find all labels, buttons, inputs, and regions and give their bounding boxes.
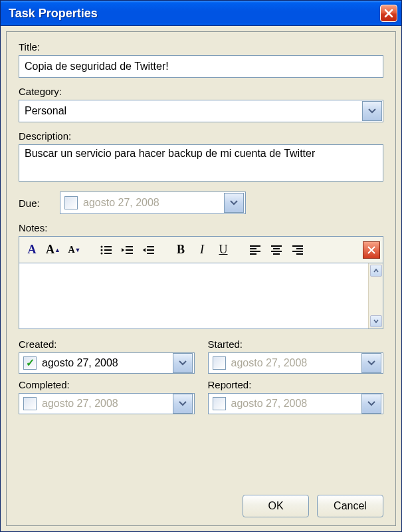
chevron-down-icon [230, 200, 238, 205]
bold-button[interactable]: B [171, 240, 191, 260]
title-label: Title: [19, 41, 383, 53]
reported-field: Reported: agosto 27, 2008 [208, 379, 384, 414]
completed-label: Completed: [19, 379, 195, 390]
reported-dropdown-button[interactable] [361, 394, 381, 414]
started-dropdown-button[interactable] [361, 353, 381, 373]
started-field: Started: agosto 27, 2008 [208, 338, 384, 374]
outdent-button[interactable] [118, 240, 138, 260]
completed-field: Completed: agosto 27, 2008 [19, 379, 195, 414]
outdent-icon [122, 245, 134, 255]
completed-checkbox[interactable] [23, 397, 37, 410]
scroll-down-button[interactable] [370, 315, 382, 327]
notes-clear-button[interactable] [363, 241, 380, 259]
svg-rect-16 [271, 245, 282, 247]
svg-rect-7 [126, 249, 133, 251]
font-color-button[interactable]: A [22, 240, 42, 260]
category-field: Category: [19, 86, 383, 122]
due-date-box: agosto 27, 2008 [60, 192, 246, 214]
titlebar: Task Properties [1, 1, 401, 26]
reported-date-text: agosto 27, 2008 [231, 398, 357, 410]
created-date-box: agosto 27, 2008 [19, 352, 195, 374]
close-icon [367, 246, 375, 254]
close-button[interactable] [380, 5, 397, 22]
reported-date-box: agosto 27, 2008 [208, 393, 384, 414]
due-dropdown-button[interactable] [224, 193, 244, 213]
notes-editor[interactable] [19, 263, 383, 329]
category-dropdown-button[interactable] [362, 101, 382, 121]
chevron-down-icon [179, 401, 187, 406]
notes-label: Notes: [19, 222, 383, 233]
indent-icon [143, 245, 155, 255]
due-field: Due: agosto 27, 2008 [19, 192, 383, 214]
svg-rect-6 [126, 246, 133, 247]
svg-rect-3 [104, 249, 112, 251]
notes-content[interactable] [19, 263, 368, 329]
description-label: Description: [19, 130, 383, 142]
completed-date-text: agosto 27, 2008 [42, 398, 167, 410]
svg-rect-19 [273, 253, 280, 255]
completed-date-box: agosto 27, 2008 [19, 393, 195, 414]
svg-rect-1 [104, 246, 112, 247]
dialog-buttons: OK Cancel [19, 487, 383, 517]
ok-button[interactable]: OK [243, 495, 309, 517]
align-right-button[interactable] [288, 240, 308, 260]
notes-toolbar: A A▲ A▼ B I U [19, 236, 383, 263]
svg-point-2 [101, 249, 103, 251]
notes-field: Notes: A A▲ A▼ B I U [19, 222, 383, 329]
category-label: Category: [19, 86, 383, 97]
align-center-icon [271, 245, 282, 255]
italic-button[interactable]: I [192, 240, 212, 260]
close-icon [384, 9, 393, 18]
notes-scrollbar[interactable] [368, 263, 383, 329]
svg-rect-17 [273, 248, 280, 249]
svg-rect-15 [250, 253, 256, 255]
description-field: Description: [19, 130, 383, 184]
svg-rect-23 [296, 253, 303, 255]
svg-rect-12 [250, 245, 260, 247]
align-right-icon [292, 245, 303, 255]
svg-point-0 [101, 245, 103, 247]
reported-checkbox[interactable] [213, 397, 226, 410]
completed-dropdown-button[interactable] [173, 394, 193, 414]
align-left-button[interactable] [245, 240, 265, 260]
dates-grid: Created: agosto 27, 2008 Started: agosto… [19, 338, 383, 414]
started-date-text: agosto 27, 2008 [231, 357, 357, 369]
svg-rect-11 [147, 253, 154, 254]
started-date-box: agosto 27, 2008 [208, 352, 384, 374]
chevron-down-icon [179, 360, 187, 366]
svg-rect-18 [271, 251, 282, 252]
created-dropdown-button[interactable] [173, 353, 193, 373]
category-input[interactable] [19, 100, 383, 122]
description-input[interactable] [19, 144, 383, 182]
started-checkbox[interactable] [213, 356, 226, 370]
due-checkbox[interactable] [64, 196, 78, 209]
category-combo[interactable] [19, 100, 383, 122]
svg-rect-13 [250, 248, 256, 249]
svg-rect-20 [292, 245, 303, 247]
created-date-text: agosto 27, 2008 [42, 357, 167, 369]
chevron-down-icon [373, 319, 379, 323]
align-center-button[interactable] [266, 240, 286, 260]
created-checkbox[interactable] [23, 356, 37, 370]
indent-button[interactable] [139, 240, 159, 260]
svg-rect-14 [250, 251, 260, 252]
dialog-content: Title: Category: Description: Due: agost… [6, 31, 396, 526]
font-grow-button[interactable]: A▲ [43, 240, 63, 260]
chevron-down-icon [367, 401, 375, 406]
scroll-up-button[interactable] [370, 265, 382, 277]
title-input[interactable] [19, 55, 383, 78]
svg-rect-8 [126, 253, 133, 254]
cancel-button[interactable]: Cancel [317, 495, 383, 517]
chevron-down-icon [368, 108, 376, 114]
underline-button[interactable]: U [213, 240, 233, 260]
svg-rect-22 [292, 251, 303, 252]
svg-rect-9 [147, 246, 154, 247]
due-date-text: agosto 27, 2008 [83, 197, 219, 209]
svg-point-4 [101, 252, 103, 254]
font-shrink-button[interactable]: A▼ [64, 240, 84, 260]
started-label: Started: [208, 338, 384, 350]
svg-rect-21 [296, 248, 303, 249]
chevron-up-icon [373, 269, 379, 273]
task-properties-dialog: Task Properties Title: Category: Descrip… [0, 0, 402, 532]
bullet-list-button[interactable] [96, 240, 116, 260]
